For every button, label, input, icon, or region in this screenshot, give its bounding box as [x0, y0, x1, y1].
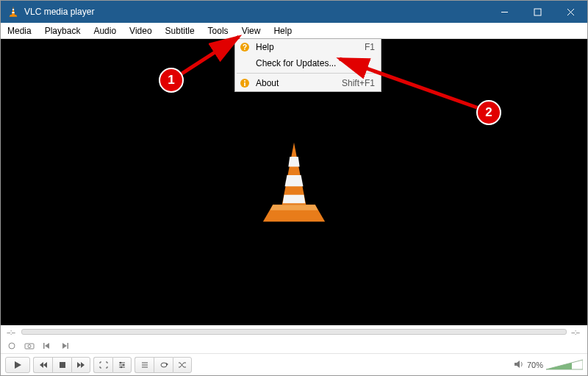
svg-marker-36	[166, 363, 168, 366]
seek-bar-row: --:-- --:--	[1, 325, 587, 338]
svg-rect-20	[68, 343, 69, 349]
maximize-button[interactable]	[521, 1, 554, 23]
close-button[interactable]	[554, 1, 587, 23]
annotation-arrow-2	[331, 53, 492, 119]
svg-marker-11	[283, 195, 306, 204]
volume-slider[interactable]	[546, 358, 583, 372]
svg-point-16	[28, 345, 31, 348]
svg-marker-17	[45, 343, 49, 349]
svg-marker-10	[285, 175, 304, 186]
svg-rect-5	[534, 9, 541, 15]
fullscreen-button[interactable]	[93, 357, 112, 373]
playlist-button[interactable]	[135, 357, 154, 373]
svg-marker-25	[77, 362, 81, 368]
svg-marker-23	[43, 362, 47, 368]
vlc-logo-icon	[259, 140, 329, 224]
record-icon[interactable]	[5, 340, 18, 352]
annotation-badge-1: 1	[159, 68, 184, 93]
next-button[interactable]	[71, 357, 90, 373]
svg-line-48	[340, 59, 485, 110]
svg-marker-37	[514, 361, 520, 368]
menu-video[interactable]: Video	[123, 24, 158, 38]
annotation-badge-2: 2	[476, 100, 501, 125]
loop-button[interactable]	[154, 357, 173, 373]
svg-marker-22	[40, 362, 43, 368]
frame-back-icon[interactable]	[40, 340, 54, 352]
time-total-placeholder: --:--	[571, 328, 581, 336]
secondary-toolbar	[1, 338, 587, 353]
svg-marker-1	[12, 9, 15, 10]
frame-fwd-icon[interactable]	[58, 340, 71, 352]
time-elapsed-placeholder: --:--	[7, 328, 17, 336]
svg-marker-3	[10, 15, 18, 17]
svg-marker-26	[81, 362, 85, 368]
svg-marker-19	[62, 343, 67, 349]
volume-percent-label: 70%	[527, 361, 543, 369]
svg-point-31	[123, 363, 125, 366]
menu-audio[interactable]: Audio	[87, 24, 123, 38]
menu-media[interactable]: Media	[1, 24, 38, 38]
svg-marker-2	[12, 12, 14, 13]
help-menu-about-label: About	[256, 78, 342, 88]
vlc-cone-icon	[7, 5, 20, 18]
menu-playback[interactable]: Playback	[38, 24, 87, 38]
help-menu-help-label: Help	[256, 42, 365, 52]
speaker-icon[interactable]	[514, 360, 524, 370]
minimize-button[interactable]	[488, 1, 521, 23]
svg-point-30	[120, 361, 122, 363]
stop-button[interactable]	[52, 357, 71, 373]
svg-point-14	[9, 343, 15, 349]
svg-rect-18	[43, 343, 45, 349]
prev-button[interactable]	[33, 357, 52, 373]
svg-rect-24	[60, 362, 65, 368]
volume-control: 70%	[514, 358, 583, 372]
play-button[interactable]	[5, 357, 30, 373]
controls-toolbar: 70%	[1, 353, 587, 375]
shuffle-button[interactable]	[173, 357, 192, 373]
seek-slider[interactable]	[21, 329, 567, 335]
menu-help[interactable]: Help	[267, 24, 298, 38]
titlebar: VLC media player	[1, 1, 587, 23]
menubar: Media Playback Audio Video Subtitle Tool…	[1, 23, 587, 39]
svg-marker-13	[270, 205, 318, 210]
help-menu-help-accel: F1	[365, 42, 375, 52]
ext-settings-button[interactable]	[112, 357, 132, 373]
svg-line-46	[175, 37, 239, 78]
snapshot-icon[interactable]	[23, 340, 36, 352]
svg-marker-0	[12, 7, 15, 15]
svg-marker-9	[288, 157, 299, 166]
window-title: VLC media player	[24, 7, 94, 17]
svg-marker-21	[15, 361, 21, 369]
svg-point-32	[121, 366, 123, 368]
